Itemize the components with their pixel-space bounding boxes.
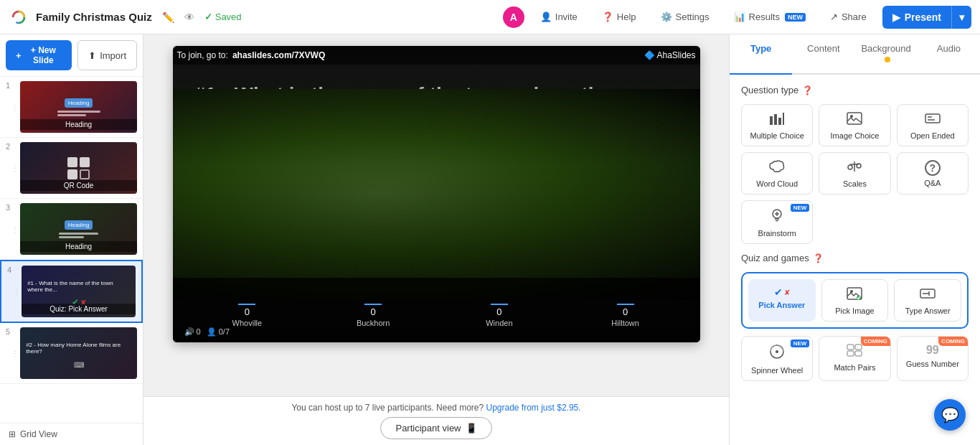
type-card-spinner-wheel[interactable]: NEW Spinner Wheel xyxy=(741,336,813,381)
game-type-grid: NEW Spinner Wheel COMING Match Pairs COM… xyxy=(741,336,969,381)
type-card-type-answer[interactable]: Type Answer xyxy=(894,279,961,322)
present-button[interactable]: ▶ Present ▾ xyxy=(882,6,971,29)
tab-background[interactable]: Background xyxy=(855,34,918,73)
upgrade-link[interactable]: Upgrade from just $2.95. xyxy=(486,403,581,413)
scales-icon xyxy=(824,160,885,177)
participant-view-button[interactable]: Participant view 📱 xyxy=(380,417,491,439)
tab-content[interactable]: Content xyxy=(792,34,854,73)
open-ended-icon xyxy=(902,112,963,128)
drag-handle[interactable]: ⋮ xyxy=(13,138,17,198)
settings-button[interactable]: ⚙️ Settings xyxy=(652,7,718,27)
canvas-area: To join, go to: ahaslides.com/7XVWQ 🔷 Ah… xyxy=(143,34,729,445)
slide-item[interactable]: 2 ⋮ QR Code xyxy=(0,138,143,199)
app-title: Family Christmas Quiz xyxy=(36,11,152,23)
question-type-help-icon[interactable]: ❓ xyxy=(802,85,813,95)
edit-icon[interactable]: ✏️ xyxy=(162,11,174,23)
type-card-guess-number[interactable]: COMING 99 Guess Number xyxy=(897,336,969,381)
plus-icon: + xyxy=(16,50,22,61)
chat-button[interactable]: 💬 xyxy=(934,399,966,431)
slide-item[interactable]: 1 ⋮ Heading Heading xyxy=(0,77,143,138)
background-badge xyxy=(885,57,890,62)
drag-handle[interactable]: ⋮ xyxy=(13,199,17,259)
question-type-grid: Multiple Choice Image Choice Open Ended xyxy=(741,104,969,244)
drag-handle[interactable]: ⋮ xyxy=(14,261,19,322)
qa-icon: ? xyxy=(902,160,963,176)
type-label: Word Cloud xyxy=(746,179,808,188)
slide-item[interactable]: 5 ⋮ #2 - How many Home Alone films are t… xyxy=(0,323,143,384)
slide-item[interactable]: 3 ⋮ Heading Heading xyxy=(0,199,143,260)
svg-rect-27 xyxy=(847,345,854,350)
type-label: Scales xyxy=(824,179,885,188)
share-button[interactable]: ↗ Share xyxy=(821,7,875,27)
type-card-word-cloud[interactable]: Word Cloud xyxy=(741,152,813,195)
type-label: Pick Answer xyxy=(753,301,811,309)
svg-point-12 xyxy=(848,165,852,169)
slide-list: 1 ⋮ Heading Heading 2 ⋮ xyxy=(0,77,143,423)
svg-rect-28 xyxy=(855,345,862,350)
svg-rect-1 xyxy=(770,116,773,125)
results-icon: 📊 xyxy=(734,11,745,22)
slide-thumb-label: Heading xyxy=(20,241,137,252)
quiz-type-grid: ✔ ✘ Pick Answer Pick Image xyxy=(748,279,961,322)
drag-handle[interactable]: ⋮ xyxy=(13,323,17,383)
help-button[interactable]: ❓ Help xyxy=(593,7,645,27)
type-label: Spinner Wheel xyxy=(746,366,808,375)
type-card-scales[interactable]: Scales xyxy=(819,152,890,195)
slide-thumbnail: #1 - What is the name of the town where … xyxy=(22,266,136,317)
import-icon: ⬆ xyxy=(88,50,96,61)
type-answer-icon xyxy=(899,287,956,304)
slide-thumbnail: QR Code xyxy=(20,142,137,194)
type-label: Open Ended xyxy=(902,131,963,140)
type-card-image-choice[interactable]: Image Choice xyxy=(819,104,890,146)
answer-item: 0 Whoville xyxy=(184,284,311,327)
invite-icon: 👤 xyxy=(540,11,552,22)
import-button[interactable]: ⬆ Import xyxy=(77,40,137,70)
type-label: Multiple Choice xyxy=(746,131,808,140)
svg-point-0 xyxy=(9,7,29,27)
type-label: Brainstorm xyxy=(746,229,808,238)
slide-canvas: To join, go to: ahaslides.com/7XVWQ 🔷 Ah… xyxy=(173,46,700,342)
type-card-match-pairs[interactable]: COMING Match Pairs xyxy=(819,336,890,381)
present-dropdown-arrow[interactable]: ▾ xyxy=(951,6,971,29)
invite-button[interactable]: 👤 Invite xyxy=(532,7,586,27)
type-label: Type Answer xyxy=(899,306,956,315)
help-icon: ❓ xyxy=(602,11,613,22)
type-card-open-ended[interactable]: Open Ended xyxy=(897,104,969,146)
type-label: Guess Number xyxy=(902,360,963,368)
svg-rect-7 xyxy=(925,114,940,123)
type-card-pick-answer[interactable]: ✔ ✘ Pick Answer xyxy=(748,279,816,322)
settings-icon: ⚙️ xyxy=(661,11,672,22)
avatar[interactable]: A xyxy=(503,6,524,28)
type-card-pick-image[interactable]: Pick Image xyxy=(821,279,889,322)
share-icon: ↗ xyxy=(830,11,838,22)
type-label: Pick Image xyxy=(826,306,884,315)
svg-rect-3 xyxy=(778,118,781,125)
answer-item: 0 Buckhorn xyxy=(310,284,436,327)
sidebar-action-bar: + + New Slide ⬆ Import xyxy=(0,34,143,77)
word-cloud-icon xyxy=(746,160,808,177)
type-card-multiple-choice[interactable]: Multiple Choice xyxy=(741,104,813,146)
slide-type-badge: Heading xyxy=(65,220,93,230)
results-button[interactable]: 📊 Results NEW xyxy=(725,7,814,27)
type-card-brainstorm[interactable]: NEW Brainstorm xyxy=(741,200,813,244)
new-slide-button[interactable]: + + New Slide xyxy=(6,40,72,70)
slide-item[interactable]: 4 ⋮ #1 - What is the name of the town wh… xyxy=(0,260,143,323)
answer-row: 0 Whoville 0 Buckhorn 0 Winden xyxy=(184,284,689,327)
type-card-qa[interactable]: ? Q&A xyxy=(897,152,969,195)
preview-icon[interactable]: 👁 xyxy=(184,11,194,23)
pick-answer-icon: ✔ ✘ xyxy=(753,286,811,298)
grid-view-button[interactable]: ⊞ Grid View xyxy=(0,423,143,445)
type-label: Q&A xyxy=(902,179,963,187)
type-label: Match Pairs xyxy=(824,363,885,372)
pick-image-icon xyxy=(826,287,884,304)
quiz-type-group: ✔ ✘ Pick Answer Pick Image xyxy=(741,272,969,329)
topbar: Family Christmas Quiz ✏️ 👁 Saved A 👤 Inv… xyxy=(0,0,980,34)
slide-thumb-label: Quiz: Pick Answer xyxy=(22,304,136,314)
canvas-answers: 0 Whoville 0 Buckhorn 0 Winden xyxy=(173,278,700,342)
tab-audio[interactable]: Audio xyxy=(918,34,980,73)
slide-thumbnail: Heading Heading xyxy=(20,203,137,255)
chevron-down-icon: ▾ xyxy=(959,11,964,23)
drag-handle[interactable]: ⋮ xyxy=(13,77,17,137)
quiz-games-help-icon[interactable]: ❓ xyxy=(813,253,824,263)
tab-type[interactable]: Type xyxy=(730,34,792,73)
